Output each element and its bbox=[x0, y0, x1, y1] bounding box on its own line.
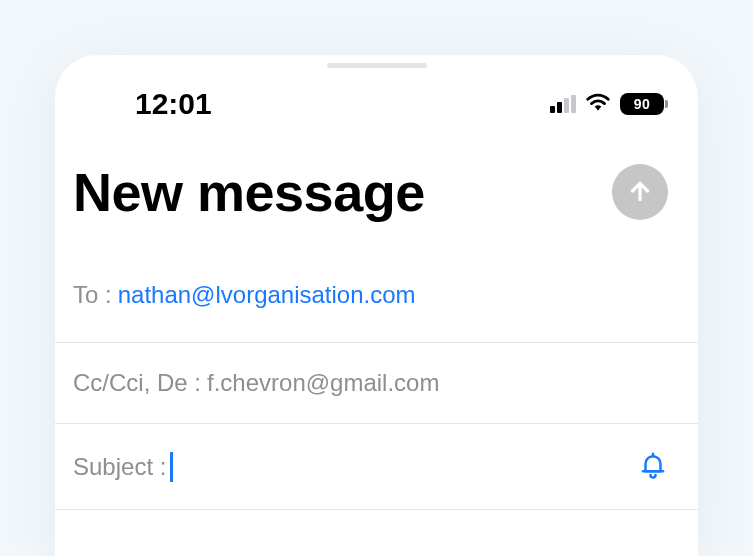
status-indicators: 90 bbox=[550, 92, 668, 116]
arrow-up-icon bbox=[627, 178, 653, 207]
battery-level: 90 bbox=[620, 93, 664, 115]
wifi-icon bbox=[585, 92, 611, 116]
status-bar: 12:01 90 bbox=[55, 55, 698, 143]
home-indicator bbox=[327, 63, 427, 68]
cellular-signal-icon bbox=[550, 95, 576, 113]
subject-field[interactable]: Subject : bbox=[55, 424, 698, 510]
bell-icon bbox=[638, 450, 668, 483]
subject-label: Subject : bbox=[73, 453, 166, 481]
cc-value: f.chevron@gmail.com bbox=[207, 369, 439, 397]
cc-label: Cc/Cci, De : bbox=[73, 369, 201, 397]
text-cursor bbox=[170, 452, 173, 482]
device-frame: 12:01 90 New message bbox=[55, 55, 698, 556]
compose-header: New message bbox=[55, 143, 698, 233]
page-title: New message bbox=[73, 161, 425, 223]
to-field[interactable]: To : nathan@lvorganisation.com bbox=[55, 263, 698, 343]
compose-fields: To : nathan@lvorganisation.com Cc/Cci, D… bbox=[55, 233, 698, 510]
send-button[interactable] bbox=[612, 164, 668, 220]
cc-field[interactable]: Cc/Cci, De : f.chevron@gmail.com bbox=[55, 343, 698, 424]
reminder-button[interactable] bbox=[638, 450, 668, 483]
status-time: 12:01 bbox=[135, 87, 212, 121]
battery-indicator: 90 bbox=[620, 93, 668, 115]
to-value: nathan@lvorganisation.com bbox=[118, 281, 416, 309]
to-label: To : bbox=[73, 281, 112, 309]
